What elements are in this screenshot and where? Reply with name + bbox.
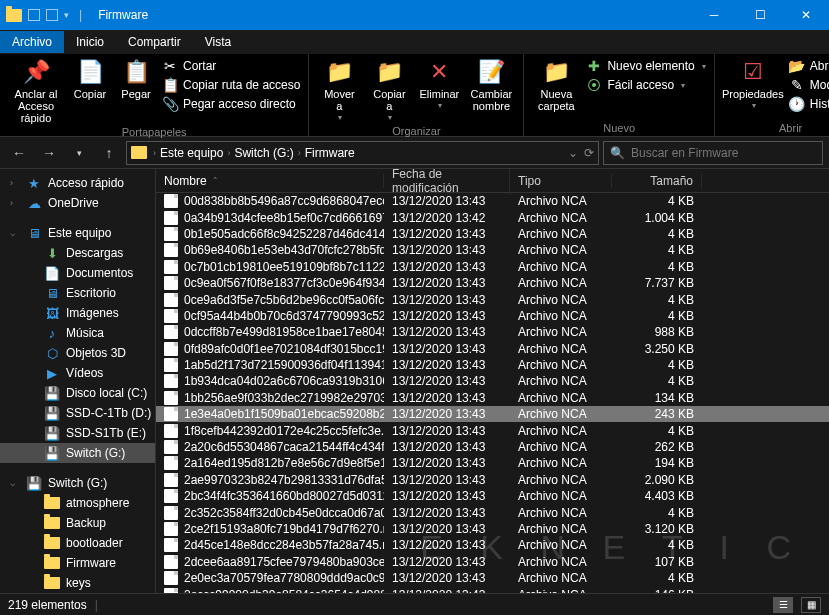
file-icon <box>164 588 178 593</box>
sidebar-item[interactable]: 🖼Imágenes <box>0 303 155 323</box>
col-name[interactable]: Nombre˄ <box>156 174 384 188</box>
qat-icon[interactable] <box>28 9 40 21</box>
pin-button[interactable]: 📌Anclar al Acceso rápido <box>8 58 64 124</box>
sidebar-item[interactable]: 📄Documentos <box>0 263 155 283</box>
edit-button[interactable]: ✎Modificar <box>789 77 829 93</box>
sidebar-item[interactable]: bootloader <box>0 533 155 553</box>
tab-share[interactable]: Compartir <box>116 31 193 53</box>
file-row[interactable]: 2a164ed195d812b7e8e56c7d9e8f5e1b6.nca13/… <box>156 455 829 471</box>
file-row[interactable]: 0ce9a6d3f5e7c5b6d2be96cc0f5a06fc.cnmt.nc… <box>156 291 829 307</box>
tab-home[interactable]: Inicio <box>64 31 116 53</box>
file-row[interactable]: 2c352c3584ff32d0cb45e0dcca0d67a0.cnmt.nc… <box>156 504 829 520</box>
search-input[interactable] <box>631 146 816 160</box>
col-type[interactable]: Tipo <box>510 174 612 188</box>
sidebar-item[interactable]: ›★Acceso rápido <box>0 173 155 193</box>
file-row[interactable]: 0a34b913d4cfee8b15ef0c7cd6661697.nca13/1… <box>156 209 829 225</box>
sidebar-item[interactable]: keys <box>0 573 155 593</box>
breadcrumb[interactable]: Switch (G:) <box>232 146 295 160</box>
rename-button[interactable]: 📝Cambiar nombre <box>467 58 515 112</box>
sidebar-item[interactable]: ⌵💾Switch (G:) <box>0 473 155 493</box>
maximize-button[interactable]: ☐ <box>737 0 783 30</box>
sidebar-item[interactable]: Firmware <box>0 553 155 573</box>
file-icon <box>164 571 178 585</box>
dropdown-icon[interactable]: ⌄ <box>568 146 578 160</box>
file-row[interactable]: 1b934dca04d02a6c6706ca9319b3106d.cnmt.nc… <box>156 373 829 389</box>
minimize-button[interactable]: ─ <box>691 0 737 30</box>
file-row[interactable]: 2a20c6d55304867caca21544ff4c434fe.nca13/… <box>156 439 829 455</box>
breadcrumb[interactable]: Firmware <box>303 146 357 160</box>
file-row[interactable]: 2eccc99900db39e8584cc3654c4d988ef3.nca13… <box>156 586 829 593</box>
file-row[interactable]: 0cf95a44b4b0b70c6d3747790993c529.cnmt.nc… <box>156 308 829 324</box>
col-date[interactable]: Fecha de modificación <box>384 169 510 195</box>
new-item-button[interactable]: ✚Nuevo elemento▾ <box>586 58 705 74</box>
sidebar-item[interactable]: ⬡Objetos 3D <box>0 343 155 363</box>
properties-button[interactable]: ☑Propiedades▾ <box>723 58 783 111</box>
tab-file[interactable]: Archivo <box>0 31 64 53</box>
refresh-icon[interactable]: ⟳ <box>584 146 594 160</box>
file-row[interactable]: 0c7b01cb19810ee519109bf8b7c11220.cnmt.nc… <box>156 259 829 275</box>
sidebar-item[interactable]: 🖥Escritorio <box>0 283 155 303</box>
file-icon <box>164 374 178 388</box>
file-row[interactable]: 1bb256ae9f033b2dec2719982e2970335.nca13/… <box>156 390 829 406</box>
qat-dropdown-icon[interactable]: ▾ <box>64 10 69 20</box>
details-view-button[interactable]: ☰ <box>773 597 793 613</box>
nav-bar: ← → ▾ ↑ › Este equipo › Switch (G:) › Fi… <box>0 137 829 169</box>
sidebar-label: Switch (G:) <box>48 476 107 490</box>
file-row[interactable]: 2d45ce148e8dcc284e3b57fa28a745.nca13/12/… <box>156 537 829 553</box>
address-bar[interactable]: › Este equipo › Switch (G:) › Firmware ⌄… <box>126 141 599 165</box>
qat-icon[interactable] <box>46 9 58 21</box>
recent-button[interactable]: ▾ <box>66 140 92 166</box>
move-to-button[interactable]: 📁Mover a▾ <box>317 58 361 123</box>
group-clipboard: Portapapeles <box>8 126 300 138</box>
history-button[interactable]: 🕐Historial <box>789 96 829 112</box>
copy-path-button[interactable]: 📋Copiar ruta de acceso <box>162 77 300 93</box>
file-row[interactable]: 0b1e505adc66f8c94252287d46dc4149.cnmt.nc… <box>156 226 829 242</box>
search-box[interactable]: 🔍 <box>603 141 823 165</box>
sidebar-item[interactable]: 💾Disco local (C:) <box>0 383 155 403</box>
file-row[interactable]: 2bc34f4fc353641660bd80027d5d0312.nca13/1… <box>156 488 829 504</box>
sidebar-item[interactable]: 💾SSD-S1Tb (E:) <box>0 423 155 443</box>
open-button[interactable]: 📂Abrir▾ <box>789 58 829 74</box>
tab-view[interactable]: Vista <box>193 31 243 53</box>
file-row[interactable]: 0fd89afc0d0f1ee7021084df3015bcc19.nca13/… <box>156 341 829 357</box>
breadcrumb[interactable]: Este equipo <box>158 146 225 160</box>
sidebar-item[interactable]: ♪Música <box>0 323 155 343</box>
col-size[interactable]: Tamaño <box>612 174 702 188</box>
sidebar-item[interactable]: atmosphere <box>0 493 155 513</box>
file-row[interactable]: 2e0ec3a70579fea7780809ddd9ac0c9aa.nca13/… <box>156 570 829 586</box>
easy-access-button[interactable]: ⦿Fácil acceso▾ <box>586 77 705 93</box>
delete-button[interactable]: ✕Eliminar▾ <box>417 58 461 111</box>
copy-to-button[interactable]: 📁Copiar a▾ <box>367 58 411 123</box>
sidebar-item[interactable]: ▶Vídeos <box>0 363 155 383</box>
paste-shortcut-button[interactable]: 📎Pegar acceso directo <box>162 96 300 112</box>
icons-view-button[interactable]: ▦ <box>801 597 821 613</box>
forward-button[interactable]: → <box>36 140 62 166</box>
sidebar-item[interactable]: 💾Switch (G:) <box>0 443 155 463</box>
back-button[interactable]: ← <box>6 140 32 166</box>
file-row[interactable]: 1f8cefb442392d0172e4c25cc5fefc3e.cnmt.nc… <box>156 422 829 438</box>
file-row[interactable]: 0dccff8b7e499d81958ce1bae17e8045.nca13/1… <box>156 324 829 340</box>
close-button[interactable]: ✕ <box>783 0 829 30</box>
cut-button[interactable]: ✂Cortar <box>162 58 300 74</box>
file-row[interactable]: 1ab5d2f173d7215900936df04f113941b.cnmt.n… <box>156 357 829 373</box>
sidebar-item[interactable]: 💾SSD-C-1Tb (D:) <box>0 403 155 423</box>
file-icon <box>164 424 178 438</box>
doc-icon: 📄 <box>44 266 60 280</box>
file-row[interactable]: 2dcee6aa89175cfee7979480ba903ce.nca13/12… <box>156 554 829 570</box>
paste-button[interactable]: 📋Pegar <box>116 58 156 100</box>
up-button[interactable]: ↑ <box>96 140 122 166</box>
sidebar-item[interactable]: Backup <box>0 513 155 533</box>
sidebar-item[interactable]: ⬇Descargas <box>0 243 155 263</box>
sidebar-label: Backup <box>66 516 106 530</box>
sidebar-item[interactable]: ⌵🖥Este equipo <box>0 223 155 243</box>
file-row[interactable]: 2ae9970323b8247b29813331d76dfa5b.nca13/1… <box>156 472 829 488</box>
copy-button[interactable]: 📄Copiar <box>70 58 110 100</box>
file-row[interactable]: 2ce2f15193a80fc719bd4179d7f6270.nca13/12… <box>156 521 829 537</box>
file-row[interactable]: 00d838bb8b5496a87cc9d6868047ecc3.cnmt.nc… <box>156 193 829 209</box>
file-icon <box>164 522 178 536</box>
new-folder-button[interactable]: 📁Nueva carpeta <box>532 58 580 112</box>
file-row[interactable]: 0c9ea0f567f0f8e18377cf3c0e964f934.nca13/… <box>156 275 829 291</box>
sidebar-item[interactable]: ›☁OneDrive <box>0 193 155 213</box>
file-row[interactable]: 0b69e8406b1e53eb43d70fcfc278b5fd.cnmt.nc… <box>156 242 829 258</box>
file-row[interactable]: 1e3e4a0eb1f1509ba01ebcac59208b27.nca13/1… <box>156 406 829 422</box>
